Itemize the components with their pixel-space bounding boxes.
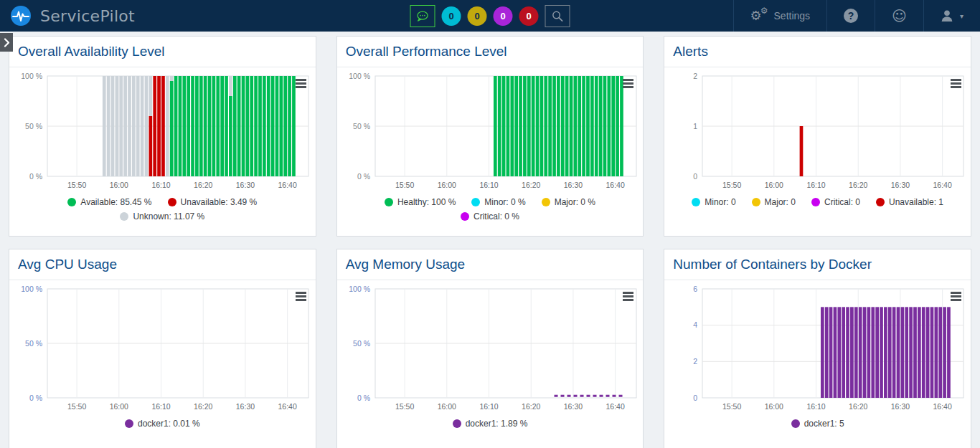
legend-marker — [125, 419, 133, 428]
svg-text:50 %: 50 % — [353, 339, 370, 348]
svg-text:0: 0 — [693, 394, 697, 402]
svg-text:16:40: 16:40 — [278, 402, 297, 411]
legend-marker — [692, 198, 700, 206]
legend-label: Minor: 0 % — [484, 197, 525, 207]
legend-item[interactable]: Minor: 0 % — [471, 197, 525, 207]
chart-legend: Minor: 0Major: 0Critical: 0Unavailable: … — [664, 194, 971, 209]
feedback-button[interactable]: ☺ — [875, 0, 923, 32]
badge-major-count[interactable]: 0 — [468, 6, 487, 26]
header-right: ⚙⚙ Settings ? ☺ ▾ — [733, 0, 980, 32]
legend-marker — [791, 419, 800, 428]
svg-text:16:20: 16:20 — [194, 402, 212, 411]
chart-legend: Healthy: 100 %Minor: 0 %Major: 0 %Critic… — [337, 194, 644, 224]
legend-item[interactable]: Critical: 0 — [811, 197, 860, 207]
chart-menu-icon[interactable] — [296, 77, 306, 90]
settings-label: Settings — [774, 10, 811, 22]
panel-title: Avg CPU Usage — [18, 257, 117, 272]
svg-text:16:00: 16:00 — [437, 181, 456, 189]
legend-label: Unavailable: 1 — [889, 197, 943, 207]
account-menu-button[interactable]: ▾ — [923, 0, 980, 32]
svg-text:1: 1 — [693, 122, 697, 130]
legend-item[interactable]: Critical: 0 % — [461, 211, 519, 221]
y-axis-labels: 100 %50 %0 % — [349, 285, 370, 402]
legend-label: Unknown: 11.07 % — [133, 211, 204, 221]
svg-text:16:30: 16:30 — [891, 181, 910, 189]
chart-menu-icon[interactable] — [623, 290, 633, 302]
dashboard-grid: Overall Availability Level 100 %50 %0 %1… — [0, 32, 980, 448]
svg-text:50 %: 50 % — [25, 122, 42, 130]
svg-text:16:40: 16:40 — [278, 181, 297, 189]
svg-text:16:30: 16:30 — [563, 402, 582, 411]
svg-text:16:00: 16:00 — [110, 402, 128, 411]
svg-text:50 %: 50 % — [25, 339, 42, 348]
chat-button[interactable] — [410, 5, 435, 27]
help-button[interactable]: ? — [826, 0, 875, 32]
badge-critical-count[interactable]: 0 — [494, 6, 513, 26]
sidebar-expand-button[interactable] — [0, 33, 13, 52]
svg-text:16:10: 16:10 — [151, 181, 170, 189]
legend-item[interactable]: Healthy: 100 % — [385, 197, 456, 207]
y-axis-labels: 6420 — [693, 285, 697, 402]
chart-menu-icon[interactable] — [296, 290, 306, 302]
legend-label: docker1: 1.89 % — [466, 419, 528, 429]
legend-item[interactable]: Unavailable: 1 — [876, 197, 943, 207]
svg-text:0 %: 0 % — [29, 172, 42, 181]
memory-chart: 100 %50 %0 %15:5016:0016:1016:2016:3016:… — [337, 285, 644, 415]
panel-overall-availability: Overall Availability Level 100 %50 %0 %1… — [9, 36, 316, 237]
x-axis-labels: 15:5016:0016:1016:2016:3016:40 — [67, 181, 297, 189]
legend-item[interactable]: Minor: 0 — [692, 197, 735, 207]
svg-text:4: 4 — [693, 320, 697, 329]
svg-text:16:20: 16:20 — [849, 402, 867, 411]
user-icon — [941, 9, 953, 22]
svg-text:0 %: 0 % — [357, 172, 370, 181]
panel-containers-by-docker: Number of Containers by Docker 642015:50… — [664, 249, 971, 448]
svg-text:16:20: 16:20 — [522, 181, 540, 189]
help-icon: ? — [844, 9, 858, 23]
chart-svg: 100 %50 %0 %15:5016:0016:1016:2016:3016:… — [337, 72, 644, 194]
panel-title: Alerts — [673, 44, 708, 59]
panel-title: Overall Performance Level — [346, 44, 507, 59]
legend-item[interactable]: Unknown: 11.07 % — [120, 211, 204, 221]
chart-svg: 100 %50 %0 %15:5016:0016:1016:2016:3016:… — [9, 285, 316, 415]
panel-title: Avg Memory Usage — [346, 257, 466, 272]
badge-minor-count[interactable]: 0 — [442, 6, 461, 26]
smiley-icon: ☺ — [892, 9, 907, 23]
panel-header: Overall Availability Level — [9, 37, 316, 67]
brand[interactable]: ServicePilot — [10, 5, 135, 27]
search-button[interactable] — [545, 5, 570, 27]
legend-item[interactable]: Major: 0 — [752, 197, 796, 207]
legend-item[interactable]: docker1: 1.89 % — [453, 419, 528, 429]
svg-text:16:10: 16:10 — [479, 181, 498, 189]
settings-button[interactable]: ⚙⚙ Settings — [733, 0, 827, 32]
chart-menu-icon[interactable] — [623, 77, 633, 90]
svg-text:2: 2 — [693, 357, 697, 366]
svg-text:16:10: 16:10 — [807, 181, 826, 189]
x-axis-labels: 15:5016:0016:1016:2016:3016:40 — [395, 402, 625, 411]
legend-marker — [752, 198, 760, 206]
speech-bubble-icon — [416, 10, 430, 22]
legend-item[interactable]: Unavailable: 3.49 % — [168, 197, 258, 207]
svg-text:16:20: 16:20 — [849, 181, 867, 189]
panel-title: Number of Containers by Docker — [673, 257, 872, 272]
svg-text:16:30: 16:30 — [236, 402, 255, 411]
legend-label: Major: 0 % — [555, 197, 595, 207]
svg-text:0 %: 0 % — [29, 394, 42, 402]
legend-item[interactable]: Available: 85.45 % — [67, 197, 151, 207]
svg-text:16:40: 16:40 — [606, 402, 624, 411]
badge-unavailable-count[interactable]: 0 — [519, 6, 539, 26]
svg-text:16:30: 16:30 — [563, 181, 582, 189]
chart-svg: 642015:5016:0016:1016:2016:3016:40 — [664, 285, 971, 415]
app-header: ServicePilot 0 0 0 0 ⚙⚙ Settings — [0, 0, 980, 32]
legend-item[interactable]: docker1: 5 — [791, 419, 844, 429]
legend-label: Available: 85.45 % — [80, 197, 151, 207]
servicepilot-logo-icon — [10, 5, 32, 27]
legend-marker — [67, 198, 76, 206]
legend-item[interactable]: Major: 0 % — [542, 197, 595, 207]
svg-text:50 %: 50 % — [353, 122, 370, 130]
chart-menu-icon[interactable] — [951, 77, 961, 90]
legend-marker — [168, 198, 176, 206]
legend-item[interactable]: docker1: 0.01 % — [125, 419, 200, 429]
chart-menu-icon[interactable] — [951, 290, 961, 302]
bars — [821, 307, 951, 398]
svg-text:16:00: 16:00 — [765, 402, 783, 411]
